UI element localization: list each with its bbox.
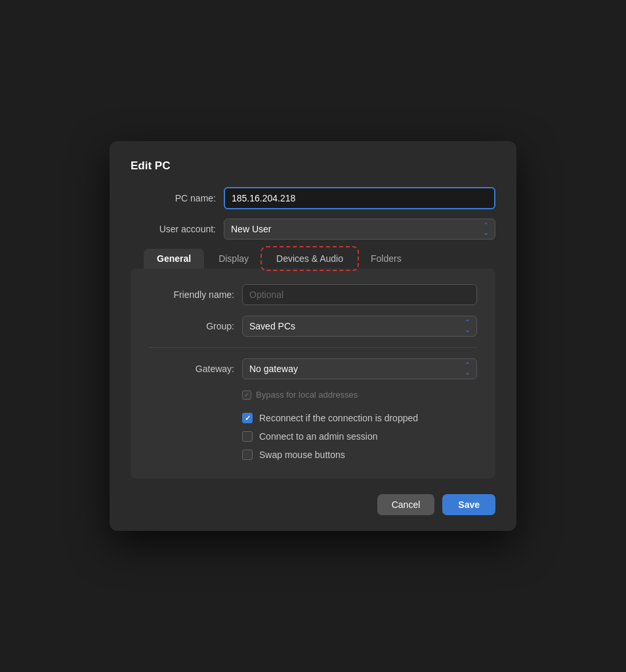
bypass-label: Bypass for local addresses xyxy=(256,390,358,400)
tab-folders[interactable]: Folders xyxy=(358,249,415,268)
user-account-select-wrapper: New User Ask when required Administrator xyxy=(224,219,495,240)
dialog-footer: Cancel Save xyxy=(131,494,495,515)
checkbox-row-reconnect: Reconnect if the connection is dropped xyxy=(242,413,477,423)
friendly-name-label: Friendly name: xyxy=(149,289,234,300)
bypass-checkbox[interactable] xyxy=(242,390,251,400)
reconnect-label: Reconnect if the connection is dropped xyxy=(259,413,418,423)
friendly-name-row: Friendly name: xyxy=(149,284,477,305)
tabs-section: General Display Devices & Audio Folders … xyxy=(131,249,495,478)
swap-mouse-checkbox[interactable] xyxy=(242,450,253,460)
tabs-row: General Display Devices & Audio Folders xyxy=(131,249,495,268)
bypass-row: Bypass for local addresses xyxy=(242,390,477,400)
group-select[interactable]: Saved PCs Default Group xyxy=(242,316,477,337)
user-account-row: User account: New User Ask when required… xyxy=(131,219,495,240)
tab-general[interactable]: General xyxy=(144,249,204,268)
gateway-select[interactable]: No gateway Add Gateway... xyxy=(242,358,477,379)
save-button[interactable]: Save xyxy=(442,494,495,515)
gateway-select-wrapper: No gateway Add Gateway... xyxy=(242,358,477,379)
checkbox-row-admin: Connect to an admin session xyxy=(242,431,477,442)
divider xyxy=(149,347,477,348)
checkbox-section: Reconnect if the connection is dropped C… xyxy=(242,413,477,460)
checkbox-row-swap-mouse: Swap mouse buttons xyxy=(242,450,477,460)
user-account-label: User account: xyxy=(131,224,216,234)
reconnect-checkbox[interactable] xyxy=(242,413,253,423)
pc-name-label: PC name: xyxy=(131,193,216,203)
gateway-label: Gateway: xyxy=(149,364,234,374)
pc-name-input[interactable] xyxy=(224,187,495,209)
group-select-wrapper: Saved PCs Default Group xyxy=(242,316,477,337)
friendly-name-input[interactable] xyxy=(242,284,477,305)
pc-name-row: PC name: xyxy=(131,187,495,209)
swap-mouse-label: Swap mouse buttons xyxy=(259,450,345,460)
edit-pc-dialog: Edit PC PC name: User account: New User … xyxy=(110,141,516,531)
admin-label: Connect to an admin session xyxy=(259,431,378,442)
gateway-row: Gateway: No gateway Add Gateway... xyxy=(149,358,477,379)
group-row: Group: Saved PCs Default Group xyxy=(149,316,477,337)
dialog-title: Edit PC xyxy=(131,159,495,173)
group-label: Group: xyxy=(149,321,234,331)
cancel-button[interactable]: Cancel xyxy=(377,494,435,515)
admin-checkbox[interactable] xyxy=(242,431,253,442)
tab-devices-audio[interactable]: Devices & Audio xyxy=(263,249,356,268)
tab-panel-general: Friendly name: Group: Saved PCs Default … xyxy=(131,268,495,478)
tab-display[interactable]: Display xyxy=(205,249,262,268)
user-account-select[interactable]: New User Ask when required Administrator xyxy=(224,219,495,240)
